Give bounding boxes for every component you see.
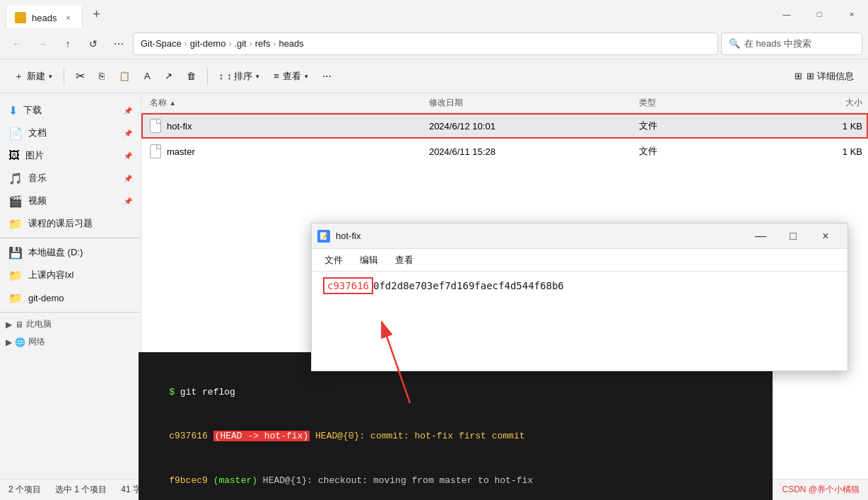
rename-icon: A [144, 71, 151, 81]
terminal-line-1: f9bcec9 (master) HEAD@{1}: checkout: mov… [147, 459, 764, 500]
up-btn[interactable]: ↑ [57, 33, 79, 55]
sidebar-this-pc[interactable]: ▶ 🖥 此电脑 [0, 315, 141, 333]
window-controls: — □ × [770, 0, 868, 28]
sidebar-item-drive[interactable]: 💾 本地磁盘 (D:) [0, 241, 141, 264]
sort-btn[interactable]: ↕ ↕ 排序 ▾ [213, 64, 266, 89]
paste-btn[interactable]: 📋 [113, 64, 136, 89]
view-icon: ≡ [274, 71, 279, 81]
expand-icon: ▶ [6, 320, 12, 330]
delete-btn[interactable]: 🗑 [181, 64, 201, 89]
bc-git-space: Git-Space [141, 38, 182, 49]
expand-icon-2: ▶ [6, 337, 12, 347]
col-size-header[interactable]: 大小 [778, 97, 868, 109]
share-btn[interactable]: ↗ [159, 64, 178, 89]
pin-icon: 📌 [124, 152, 132, 160]
sidebar-item-course[interactable]: 📁 课程的课后习题 [0, 212, 141, 235]
file-size-hotfix: 1 KB [778, 121, 868, 132]
forward-btn[interactable]: → [31, 33, 54, 55]
more-icon: ⋯ [322, 71, 332, 81]
pc-icon: 🖥 [15, 320, 23, 330]
col-name-header[interactable]: 名称 ▲ [141, 97, 423, 109]
view-btn[interactable]: ≡ 查看 ▾ [268, 64, 314, 89]
sidebar-item-doc[interactable]: 📄 文档 📌 [0, 122, 141, 144]
paste-icon: 📋 [119, 71, 130, 81]
file-row-hotfix[interactable]: hot-fix 2024/6/12 10:01 文件 1 KB [141, 113, 868, 139]
sort-label: ↕ 排序 [227, 70, 252, 83]
new-label: 新建 [27, 70, 45, 83]
file-name-master: master [141, 144, 423, 158]
title-bar: heads × + — □ × [0, 0, 868, 28]
file-icon-master [150, 144, 163, 158]
this-pc-label: 此电脑 [26, 318, 52, 330]
more-nav-btn[interactable]: ⋯ [107, 33, 130, 55]
notepad-menu-view[interactable]: 查看 [388, 251, 421, 269]
copy-btn[interactable]: ⎘ [93, 64, 110, 89]
new-tab-btn[interactable]: + [86, 4, 107, 25]
copy-icon: ⎘ [99, 71, 105, 81]
tab-bar: heads × + [6, 0, 107, 28]
bc-heads: heads [278, 38, 303, 49]
toolbar-sep-2 [207, 68, 208, 85]
col-date-header[interactable]: 修改日期 [423, 97, 633, 109]
line1-branch: (master) [213, 475, 257, 486]
sidebar-item-image[interactable]: 🖼 图片 📌 [0, 144, 141, 167]
item-count: 2 个项目 [8, 484, 41, 496]
notepad-title-text: hot-fix [336, 231, 739, 241]
file-date-master: 2024/6/11 15:28 [423, 146, 633, 157]
sidebar-item-label: git-demo [28, 293, 64, 303]
drive-icon: 💾 [8, 246, 23, 260]
sidebar-item-download[interactable]: ⬇ 下载 📌 [0, 99, 141, 122]
refresh-btn[interactable]: ↺ [82, 33, 105, 55]
pin-icon: 📌 [124, 175, 132, 182]
sidebar-divider [0, 238, 141, 238]
breadcrumb[interactable]: Git-Space › git-demo › .git › refs › hea… [133, 33, 718, 55]
sidebar-item-label: 上课内容lxl [28, 269, 74, 281]
file-row-master[interactable]: master 2024/6/11 15:28 文件 1 KB [141, 139, 868, 164]
sidebar-item-lxl[interactable]: 📁 上课内容lxl [0, 264, 141, 286]
search-placeholder: 在 heads 中搜索 [744, 37, 811, 50]
active-tab[interactable]: heads × [6, 6, 83, 28]
tab-folder-icon [15, 12, 26, 23]
maximize-btn[interactable]: □ [803, 0, 835, 28]
back-btn[interactable]: ← [6, 33, 28, 55]
hash-rest: 0fd2d8e703ef7d169faecf4d544f68b6 [373, 280, 564, 291]
new-btn[interactable]: ＋ 新建 ▾ [8, 64, 58, 89]
sidebar-item-label: 音乐 [28, 172, 47, 185]
notepad-icon: 📝 [317, 230, 330, 243]
notepad-menu: 文件 编辑 查看 [312, 249, 848, 272]
selected-count: 选中 1 个项目 [55, 484, 107, 496]
notepad-title-bar: 📝 hot-fix — □ × [312, 223, 848, 249]
cut-btn[interactable]: ✂ [70, 64, 90, 89]
file-size-master: 1 KB [778, 146, 868, 157]
minimize-btn[interactable]: — [770, 0, 803, 28]
network-label: 网络 [28, 336, 45, 348]
more-toolbar-btn[interactable]: ⋯ [317, 64, 337, 89]
terminal-prompt: $ git reflog [147, 371, 764, 414]
sidebar-item-git-demo[interactable]: 📁 git-demo [0, 286, 141, 309]
notepad-menu-edit[interactable]: 编辑 [353, 251, 385, 269]
sidebar-item-music[interactable]: 🎵 音乐 📌 [0, 167, 141, 190]
close-btn[interactable]: × [835, 0, 868, 28]
sidebar-item-video[interactable]: 🎬 视频 📌 [0, 190, 141, 212]
line1-hash: f9bcec9 [169, 475, 213, 486]
notepad-min-btn[interactable]: — [744, 223, 777, 249]
rename-btn[interactable]: A [139, 64, 156, 89]
sidebar-network[interactable]: ▶ 🌐 网络 [0, 333, 141, 351]
search-box[interactable]: 🔍 在 heads 中搜索 [721, 33, 862, 55]
detail-btn[interactable]: ⊞ ⊞ 详细信息 [789, 64, 860, 89]
notepad-controls: — □ × [744, 223, 842, 249]
notepad-close-btn[interactable]: × [809, 223, 842, 249]
notepad-menu-file[interactable]: 文件 [317, 251, 350, 269]
prompt-symbol: $ [169, 387, 180, 397]
file-name-hotfix: hot-fix [141, 119, 423, 133]
prompt-cmd: git reflog [180, 387, 235, 397]
watermark: CSDN @养个小橘猫 [782, 484, 860, 496]
share-icon: ↗ [165, 71, 172, 81]
download-icon: ⬇ [8, 104, 18, 117]
tab-close-btn[interactable]: × [62, 12, 74, 23]
notepad-max-btn[interactable]: □ [777, 223, 809, 249]
col-type-header[interactable]: 类型 [633, 97, 777, 109]
notepad-content: c9376160fd2d8e703ef7d169faecf4d544f68b6 [312, 272, 848, 300]
col-type-label: 类型 [639, 98, 656, 107]
col-date-label: 修改日期 [429, 98, 463, 107]
